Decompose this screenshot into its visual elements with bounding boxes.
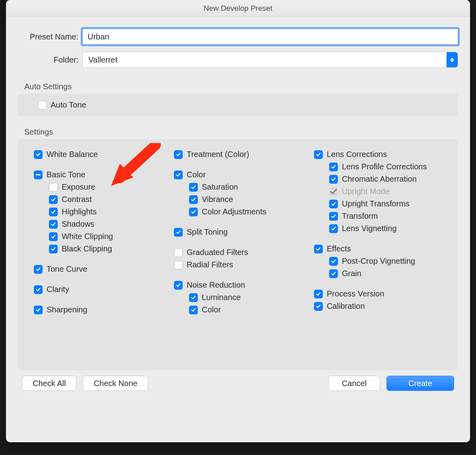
calibration-row: Calibration (314, 300, 446, 312)
shadows-row: Shadows (34, 218, 166, 230)
settings-col-1: White Balance Basic Tone Exposure Contra… (34, 149, 166, 358)
transform-row: Transform (314, 210, 446, 222)
upright-transforms-label: Upright Transforms (342, 199, 410, 208)
folder-row: Folder: Vallerret (18, 52, 458, 68)
sharpening-checkbox[interactable] (34, 306, 43, 314)
grain-checkbox[interactable] (329, 269, 338, 278)
noise-reduction-label: Noise Reduction (187, 280, 245, 290)
noise-reduction-row: Noise Reduction (174, 279, 306, 291)
upright-transforms-checkbox[interactable] (329, 200, 338, 208)
saturation-row: Saturation (174, 181, 306, 193)
sharpening-row: Sharpening (34, 304, 166, 316)
highlights-row: Highlights (34, 206, 166, 218)
vibrance-checkbox[interactable] (189, 195, 198, 204)
radial-filters-label: Radial Filters (187, 260, 233, 269)
nr-color-checkbox[interactable] (189, 306, 198, 314)
white-balance-label: White Balance (47, 150, 98, 159)
black-clipping-row: Black Clipping (34, 243, 166, 255)
black-clipping-checkbox[interactable] (49, 245, 58, 253)
effects-checkbox[interactable] (314, 245, 323, 253)
luminance-checkbox[interactable] (189, 293, 198, 302)
graduated-filters-label: Graduated Filters (187, 248, 248, 257)
lens-corrections-row: Lens Corrections (314, 149, 446, 160)
upright-mode-label: Upright Mode (342, 187, 390, 196)
calibration-label: Calibration (327, 302, 365, 311)
lens-vignetting-label: Lens Vignetting (342, 224, 397, 233)
radial-filters-row: Radial Filters (174, 259, 306, 271)
effects-label: Effects (327, 244, 351, 253)
dialog-content: Preset Name: Folder: Vallerret Auto Sett… (6, 17, 470, 442)
white-balance-row: White Balance (34, 149, 166, 160)
saturation-checkbox[interactable] (189, 183, 198, 192)
vibrance-row: Vibrance (174, 194, 306, 205)
exposure-label: Exposure (62, 182, 96, 192)
grain-row: Grain (314, 268, 446, 279)
clarity-checkbox[interactable] (34, 285, 43, 294)
titlebar: New Develop Preset (6, 0, 470, 17)
vibrance-label: Vibrance (202, 195, 233, 204)
transform-label: Transform (342, 212, 378, 221)
luminance-row: Luminance (174, 292, 306, 303)
color-adjustments-checkbox[interactable] (189, 208, 198, 216)
basic-tone-row: Basic Tone (34, 169, 166, 180)
post-crop-checkbox[interactable] (329, 257, 338, 266)
auto-tone-checkbox[interactable] (38, 101, 47, 110)
color-label: Color (187, 170, 206, 179)
settings-col-3: Lens Corrections Lens Profile Correction… (314, 149, 446, 358)
color-adjustments-label: Color Adjustments (202, 207, 266, 216)
basic-tone-checkbox[interactable] (34, 171, 43, 179)
nr-color-row: Color (174, 304, 306, 316)
lens-profile-row: Lens Profile Corrections (314, 161, 446, 173)
lens-corrections-label: Lens Corrections (327, 150, 387, 159)
settings-section: Settings White Balance Basic Tone (18, 125, 458, 370)
post-crop-row: Post-Crop Vignetting (314, 255, 446, 267)
split-toning-label: Split Toning (187, 228, 228, 237)
luminance-label: Luminance (202, 293, 241, 302)
color-checkbox[interactable] (174, 171, 183, 179)
create-button[interactable]: Create (386, 376, 454, 391)
select-arrows-icon (447, 52, 458, 67)
transform-checkbox[interactable] (329, 212, 338, 221)
calibration-checkbox[interactable] (314, 302, 323, 311)
process-version-label: Process Version (327, 289, 384, 298)
exposure-checkbox[interactable] (49, 183, 58, 192)
lens-vignetting-checkbox[interactable] (329, 224, 338, 233)
check-all-button[interactable]: Check All (22, 376, 76, 391)
contrast-checkbox[interactable] (49, 195, 58, 204)
highlights-checkbox[interactable] (49, 208, 58, 216)
graduated-filters-checkbox[interactable] (174, 248, 183, 257)
lens-profile-checkbox[interactable] (329, 163, 338, 171)
treatment-checkbox[interactable] (174, 150, 183, 159)
exposure-row: Exposure (34, 181, 166, 193)
cancel-button[interactable]: Cancel (328, 376, 380, 391)
check-none-button[interactable]: Check None (83, 376, 148, 391)
preset-name-input[interactable] (82, 29, 458, 45)
grain-label: Grain (342, 269, 361, 278)
radial-filters-checkbox[interactable] (174, 261, 183, 269)
process-version-checkbox[interactable] (314, 290, 323, 298)
preset-name-label: Preset Name: (18, 32, 82, 41)
white-clipping-label: White Clipping (62, 232, 113, 241)
lens-corrections-checkbox[interactable] (314, 150, 323, 159)
noise-reduction-checkbox[interactable] (174, 281, 183, 290)
black-clipping-label: Black Clipping (62, 244, 112, 253)
chromatic-row: Chromatic Aberration (314, 173, 446, 185)
chromatic-checkbox[interactable] (329, 175, 338, 184)
treatment-label: Treatment (Color) (187, 150, 249, 159)
graduated-filters-row: Graduated Filters (174, 247, 306, 258)
auto-settings-label: Auto Settings (24, 82, 458, 91)
dialog-window: New Develop Preset Preset Name: Folder: … (6, 0, 470, 442)
auto-tone-row: Auto Tone (38, 99, 450, 111)
split-toning-row: Split Toning (174, 226, 306, 238)
settings-panel: White Balance Basic Tone Exposure Contra… (18, 139, 458, 370)
button-bar: Check All Check None Cancel Create (18, 370, 458, 400)
clarity-row: Clarity (34, 284, 166, 295)
tone-curve-label: Tone Curve (47, 265, 87, 274)
white-balance-checkbox[interactable] (34, 150, 43, 159)
folder-select[interactable]: Vallerret (82, 52, 458, 68)
process-version-row: Process Version (314, 288, 446, 300)
split-toning-checkbox[interactable] (174, 228, 183, 237)
white-clipping-checkbox[interactable] (49, 232, 58, 241)
shadows-checkbox[interactable] (49, 220, 58, 229)
tone-curve-checkbox[interactable] (34, 265, 43, 274)
